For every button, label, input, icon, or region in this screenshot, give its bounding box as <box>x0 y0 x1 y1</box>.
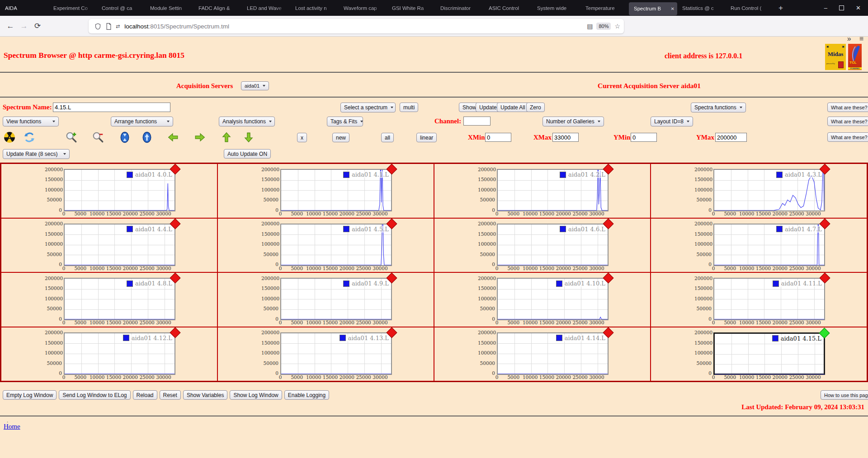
browser-tab[interactable]: Lost activity n <box>290 0 339 16</box>
reload-button[interactable]: Reload <box>133 390 157 400</box>
url-text[interactable]: localhost:8015/Spectrum/Spectrum.tml <box>124 23 229 30</box>
menu-hamburger-icon[interactable]: ≡ <box>859 35 863 43</box>
zero-button[interactable]: Zero <box>526 103 545 112</box>
linear-button[interactable]: linear <box>416 133 437 142</box>
plot-area[interactable]: aida01 4.3.L <box>713 169 825 211</box>
plot-area[interactable]: aida01 4.10.L <box>497 278 609 320</box>
url-bar[interactable]: ⇄ localhost:8015/Spectrum/Spectrum.tml ▤… <box>89 19 624 33</box>
spectrum-cell[interactable]: 050000100000150000200000aida01 4.15.L050… <box>651 327 867 382</box>
analysis-functions-select[interactable]: Analysis functions <box>219 117 275 126</box>
ymax-input[interactable] <box>715 133 747 142</box>
browser-tab[interactable]: GSI White Ra <box>387 0 435 16</box>
zoom-in-icon[interactable] <box>66 131 77 143</box>
spectrum-cell[interactable]: 050000100000150000200000aida01 4.10.L050… <box>434 272 651 327</box>
spectrum-cell[interactable]: 050000100000150000200000aida01 4.6.L0500… <box>434 218 651 273</box>
browser-tab[interactable]: Waveform cap <box>339 0 387 16</box>
spectrum-cell[interactable]: 050000100000150000200000aida01 4.14.L050… <box>434 327 651 382</box>
xmax-input[interactable] <box>552 133 579 142</box>
browser-tab[interactable]: Control @ ca <box>97 0 145 16</box>
x-button[interactable]: x <box>297 133 307 142</box>
browser-tab[interactable]: LED and Wave <box>242 0 290 16</box>
select-a-spectrum-select[interactable]: Select a spectrum <box>340 103 396 112</box>
browser-tab[interactable]: System wide <box>532 0 580 16</box>
overflow-chevron-icon[interactable]: » <box>847 35 851 43</box>
plot-area[interactable]: aida01 4.8.L <box>64 278 175 320</box>
update-rate-select[interactable]: Update Rate (8 secs) <box>3 149 70 159</box>
plot-area[interactable]: aida01 4.12.L <box>64 332 175 375</box>
browser-tab[interactable]: Discriminator <box>435 0 484 16</box>
plot-area[interactable]: aida01 4.15.L <box>713 332 825 375</box>
update-all-button[interactable]: Update All <box>497 103 529 112</box>
zoom-level-indicator[interactable]: 80% <box>596 23 611 30</box>
show-log-window-button[interactable]: Show Log Window <box>230 390 282 400</box>
shield-icon[interactable] <box>94 23 101 30</box>
browser-tab[interactable]: ASIC Control <box>484 0 532 16</box>
auto-update-button[interactable]: Auto Update ON <box>224 149 271 159</box>
spectrum-cell[interactable]: 050000100000150000200000aida01 4.9.L0500… <box>217 272 434 327</box>
plot-area[interactable]: aida01 4.1.L <box>280 169 392 211</box>
spectrum-cell[interactable]: 050000100000150000200000aida01 4.4.L0500… <box>1 218 217 273</box>
spectrum-cell[interactable]: 050000100000150000200000aida01 4.13.L050… <box>217 327 434 382</box>
empty-log-window-button[interactable]: Empty Log Window <box>3 390 57 400</box>
expand-y-icon[interactable] <box>141 131 153 143</box>
enable-logging-button[interactable]: Enable Logging <box>284 390 329 400</box>
spectrum-cell[interactable]: 050000100000150000200000aida01 4.7.L0500… <box>651 218 867 273</box>
spectrum-cell[interactable]: 050000100000150000200000aida01 4.5.L0500… <box>217 218 434 273</box>
tags-fits-select[interactable]: Tags & Fits <box>327 117 363 126</box>
arrow-left-icon[interactable] <box>167 131 179 143</box>
view-functions-select[interactable]: View functions <box>3 117 59 126</box>
browser-tab[interactable]: Statistics @ c <box>677 0 726 16</box>
browser-tab[interactable]: AIDA <box>0 0 48 16</box>
spectrum-cell[interactable]: 050000100000150000200000aida01 4.2.L0500… <box>434 164 651 218</box>
plot-area[interactable]: aida01 4.13.L <box>280 332 392 375</box>
reader-mode-icon[interactable]: ▤ <box>587 23 593 30</box>
browser-tab[interactable]: Module Settin <box>145 0 193 16</box>
spectrum-cell[interactable]: 050000100000150000200000aida01 4.1.L0500… <box>217 164 434 218</box>
how-to-use-button[interactable]: How to use this page <box>821 390 868 400</box>
plot-area[interactable]: aida01 4.5.L <box>280 224 392 266</box>
home-link[interactable]: Home <box>4 423 20 430</box>
number-of-galleries-select[interactable]: Number of Galleries <box>542 117 604 126</box>
spectrum-cell[interactable]: 050000100000150000200000aida01 4.8.L0500… <box>1 272 217 327</box>
xmin-input[interactable] <box>485 133 511 142</box>
channel-input[interactable] <box>463 117 491 126</box>
plot-area[interactable]: aida01 4.11.L <box>713 278 825 320</box>
refresh-icon[interactable] <box>24 131 35 143</box>
close-tab-icon[interactable]: ✕ <box>671 6 675 11</box>
ymin-input[interactable] <box>631 133 657 142</box>
window-close-button[interactable]: ✕ <box>856 5 861 11</box>
send-log-window-to-elog-button[interactable]: Send Log Window to ELog <box>59 390 130 400</box>
plot-area[interactable]: aida01 4.4.L <box>64 224 175 266</box>
browser-tab[interactable]: Run Control ( <box>726 0 774 16</box>
reload-button[interactable]: ⟳ <box>31 21 44 31</box>
bookmark-star-icon[interactable]: ☆ <box>614 23 620 30</box>
spectrum-name-input[interactable] <box>53 103 170 112</box>
browser-tab[interactable]: Spectrum B✕ <box>629 2 677 15</box>
new-tab-button[interactable]: + <box>778 4 783 13</box>
all-button[interactable]: all <box>381 133 394 142</box>
arrange-functions-select[interactable]: Arrange functions <box>111 117 173 126</box>
multi-button[interactable]: multi <box>400 103 418 112</box>
arrow-down-icon[interactable] <box>243 131 255 143</box>
radiation-icon[interactable] <box>4 131 15 143</box>
plot-area[interactable]: aida01 4.9.L <box>280 278 392 320</box>
acquisition-server-select[interactable]: aida01 <box>241 81 269 90</box>
what-are-these-button[interactable]: What are these? <box>827 132 868 142</box>
plot-area[interactable]: aida01 4.2.L <box>497 169 609 211</box>
spectrum-cell[interactable]: 050000100000150000200000aida01 4.11.L050… <box>651 272 867 327</box>
plot-area[interactable]: aida01 4.14.L <box>497 332 609 375</box>
window-maximize-button[interactable] <box>839 5 844 10</box>
what-are-these-button[interactable]: What are these? <box>827 117 868 126</box>
spectrum-cell[interactable]: 050000100000150000200000aida01 4.3.L0500… <box>651 164 867 218</box>
plot-area[interactable]: aida01 4.0.L <box>64 169 175 211</box>
show-variables-button[interactable]: Show Variables <box>183 390 228 400</box>
plot-area[interactable]: aida01 4.7.L <box>713 224 825 266</box>
zoom-out-icon[interactable] <box>92 131 104 143</box>
page-info-icon[interactable] <box>106 23 112 30</box>
forward-button[interactable]: → <box>17 22 31 31</box>
window-minimize-button[interactable]: – <box>824 5 827 11</box>
layout-id-select[interactable]: Layout ID=8 <box>651 117 693 126</box>
arrow-right-icon[interactable] <box>194 131 206 143</box>
new-button[interactable]: new <box>332 133 349 142</box>
reset-button[interactable]: Reset <box>160 390 181 400</box>
